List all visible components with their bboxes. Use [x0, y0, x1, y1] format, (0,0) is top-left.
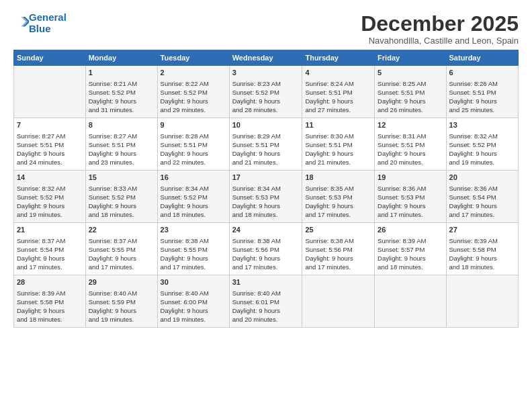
day-info: Sunrise: 8:26 AM Sunset: 5:51 PM Dayligh… — [449, 79, 515, 115]
month-title: December 2025 — [361, 12, 519, 36]
day-header-wednesday: Wednesday — [229, 50, 302, 66]
day-number: 11 — [305, 120, 371, 130]
day-info: Sunrise: 8:37 AM Sunset: 5:55 PM Dayligh… — [89, 236, 154, 272]
calendar-cell: 16Sunrise: 8:34 AM Sunset: 5:52 PM Dayli… — [157, 171, 229, 223]
calendar-week-4: 21Sunrise: 8:37 AM Sunset: 5:54 PM Dayli… — [14, 223, 519, 275]
calendar-cell — [14, 66, 86, 118]
calendar-cell: 27Sunrise: 8:39 AM Sunset: 5:58 PM Dayli… — [446, 223, 518, 275]
page: General Blue December 2025 Navahondilla,… — [0, 0, 532, 411]
day-number: 1 — [89, 68, 154, 78]
day-info: Sunrise: 8:39 AM Sunset: 5:57 PM Dayligh… — [378, 236, 443, 272]
logo: General Blue — [13, 12, 66, 34]
day-number: 9 — [161, 120, 226, 130]
day-number: 10 — [232, 120, 300, 130]
day-header-thursday: Thursday — [302, 50, 375, 66]
day-number: 20 — [449, 173, 515, 183]
calendar-cell: 8Sunrise: 8:27 AM Sunset: 5:51 PM Daylig… — [85, 118, 157, 171]
calendar-cell: 29Sunrise: 8:40 AM Sunset: 5:59 PM Dayli… — [85, 275, 157, 328]
day-number: 21 — [17, 225, 83, 235]
calendar-cell: 18Sunrise: 8:35 AM Sunset: 5:53 PM Dayli… — [302, 171, 375, 223]
day-header-sunday: Sunday — [14, 50, 86, 66]
calendar-week-1: 1Sunrise: 8:21 AM Sunset: 5:52 PM Daylig… — [14, 66, 519, 118]
calendar-cell: 2Sunrise: 8:22 AM Sunset: 5:52 PM Daylig… — [157, 66, 229, 118]
calendar-cell — [302, 275, 375, 328]
calendar-cell: 20Sunrise: 8:36 AM Sunset: 5:54 PM Dayli… — [446, 171, 518, 223]
day-info: Sunrise: 8:21 AM Sunset: 5:52 PM Dayligh… — [89, 79, 154, 115]
day-info: Sunrise: 8:28 AM Sunset: 5:51 PM Dayligh… — [161, 132, 226, 167]
day-info: Sunrise: 8:27 AM Sunset: 5:51 PM Dayligh… — [89, 132, 154, 167]
logo-icon — [14, 15, 29, 30]
calendar-cell: 11Sunrise: 8:30 AM Sunset: 5:51 PM Dayli… — [302, 118, 375, 171]
calendar-cell: 6Sunrise: 8:26 AM Sunset: 5:51 PM Daylig… — [446, 66, 518, 118]
day-info: Sunrise: 8:27 AM Sunset: 5:51 PM Dayligh… — [17, 132, 83, 167]
calendar-cell: 12Sunrise: 8:31 AM Sunset: 5:51 PM Dayli… — [375, 118, 446, 171]
calendar-cell: 30Sunrise: 8:40 AM Sunset: 6:00 PM Dayli… — [157, 275, 229, 328]
day-info: Sunrise: 8:39 AM Sunset: 5:58 PM Dayligh… — [17, 289, 83, 324]
day-info: Sunrise: 8:36 AM Sunset: 5:54 PM Dayligh… — [449, 184, 515, 220]
calendar-cell: 23Sunrise: 8:38 AM Sunset: 5:55 PM Dayli… — [157, 223, 229, 275]
calendar-cell — [446, 275, 518, 328]
calendar-cell: 22Sunrise: 8:37 AM Sunset: 5:55 PM Dayli… — [85, 223, 157, 275]
calendar-cell: 4Sunrise: 8:24 AM Sunset: 5:51 PM Daylig… — [302, 66, 375, 118]
day-number: 8 — [89, 120, 154, 130]
day-info: Sunrise: 8:30 AM Sunset: 5:51 PM Dayligh… — [305, 132, 371, 167]
day-info: Sunrise: 8:37 AM Sunset: 5:54 PM Dayligh… — [17, 236, 83, 272]
day-info: Sunrise: 8:34 AM Sunset: 5:52 PM Dayligh… — [161, 184, 226, 220]
day-info: Sunrise: 8:38 AM Sunset: 5:56 PM Dayligh… — [305, 236, 371, 272]
day-number: 18 — [305, 173, 371, 183]
calendar-cell: 31Sunrise: 8:40 AM Sunset: 6:01 PM Dayli… — [229, 275, 302, 328]
day-number: 19 — [378, 173, 443, 183]
location-subtitle: Navahondilla, Castille and Leon, Spain — [361, 36, 519, 46]
day-info: Sunrise: 8:29 AM Sunset: 5:51 PM Dayligh… — [232, 132, 300, 167]
day-info: Sunrise: 8:40 AM Sunset: 6:00 PM Dayligh… — [161, 289, 226, 324]
day-info: Sunrise: 8:40 AM Sunset: 5:59 PM Dayligh… — [89, 289, 154, 324]
calendar-cell — [375, 275, 446, 328]
calendar-cell: 7Sunrise: 8:27 AM Sunset: 5:51 PM Daylig… — [14, 118, 86, 171]
day-number: 31 — [232, 277, 300, 287]
day-number: 29 — [89, 277, 154, 287]
day-info: Sunrise: 8:31 AM Sunset: 5:51 PM Dayligh… — [378, 132, 443, 167]
calendar-cell: 9Sunrise: 8:28 AM Sunset: 5:51 PM Daylig… — [157, 118, 229, 171]
calendar-header-row: SundayMondayTuesdayWednesdayThursdayFrid… — [14, 50, 519, 66]
day-number: 25 — [305, 225, 371, 235]
day-info: Sunrise: 8:25 AM Sunset: 5:51 PM Dayligh… — [378, 79, 443, 115]
day-number: 27 — [449, 225, 515, 235]
day-info: Sunrise: 8:32 AM Sunset: 5:52 PM Dayligh… — [17, 184, 83, 220]
day-number: 2 — [161, 68, 226, 78]
logo-text: General Blue — [29, 12, 66, 34]
calendar-cell: 17Sunrise: 8:34 AM Sunset: 5:53 PM Dayli… — [229, 171, 302, 223]
day-info: Sunrise: 8:39 AM Sunset: 5:58 PM Dayligh… — [449, 236, 515, 272]
day-info: Sunrise: 8:38 AM Sunset: 5:55 PM Dayligh… — [161, 236, 226, 272]
calendar-table: SundayMondayTuesdayWednesdayThursdayFrid… — [13, 50, 519, 328]
day-number: 7 — [17, 120, 83, 130]
calendar-cell: 3Sunrise: 8:23 AM Sunset: 5:52 PM Daylig… — [229, 66, 302, 118]
day-info: Sunrise: 8:40 AM Sunset: 6:01 PM Dayligh… — [232, 289, 300, 324]
day-header-friday: Friday — [375, 50, 446, 66]
day-info: Sunrise: 8:35 AM Sunset: 5:53 PM Dayligh… — [305, 184, 371, 220]
day-info: Sunrise: 8:38 AM Sunset: 5:56 PM Dayligh… — [232, 236, 300, 272]
calendar-cell: 21Sunrise: 8:37 AM Sunset: 5:54 PM Dayli… — [14, 223, 86, 275]
title-block: December 2025 Navahondilla, Castille and… — [361, 12, 519, 46]
calendar-week-5: 28Sunrise: 8:39 AM Sunset: 5:58 PM Dayli… — [14, 275, 519, 328]
day-number: 30 — [161, 277, 226, 287]
calendar-cell: 28Sunrise: 8:39 AM Sunset: 5:58 PM Dayli… — [14, 275, 86, 328]
day-number: 14 — [17, 173, 83, 183]
day-number: 22 — [89, 225, 154, 235]
day-info: Sunrise: 8:36 AM Sunset: 5:53 PM Dayligh… — [378, 184, 443, 220]
day-info: Sunrise: 8:34 AM Sunset: 5:53 PM Dayligh… — [232, 184, 300, 220]
day-number: 12 — [378, 120, 443, 130]
calendar-cell: 25Sunrise: 8:38 AM Sunset: 5:56 PM Dayli… — [302, 223, 375, 275]
calendar-cell: 24Sunrise: 8:38 AM Sunset: 5:56 PM Dayli… — [229, 223, 302, 275]
day-info: Sunrise: 8:33 AM Sunset: 5:52 PM Dayligh… — [89, 184, 154, 220]
day-number: 24 — [232, 225, 300, 235]
calendar-cell: 19Sunrise: 8:36 AM Sunset: 5:53 PM Dayli… — [375, 171, 446, 223]
day-number: 13 — [449, 120, 515, 130]
calendar-cell: 1Sunrise: 8:21 AM Sunset: 5:52 PM Daylig… — [85, 66, 157, 118]
calendar-week-2: 7Sunrise: 8:27 AM Sunset: 5:51 PM Daylig… — [14, 118, 519, 171]
day-number: 16 — [161, 173, 226, 183]
day-number: 4 — [305, 68, 371, 78]
day-info: Sunrise: 8:24 AM Sunset: 5:51 PM Dayligh… — [305, 79, 371, 115]
day-number: 3 — [232, 68, 300, 78]
day-number: 26 — [378, 225, 443, 235]
calendar-cell: 5Sunrise: 8:25 AM Sunset: 5:51 PM Daylig… — [375, 66, 446, 118]
